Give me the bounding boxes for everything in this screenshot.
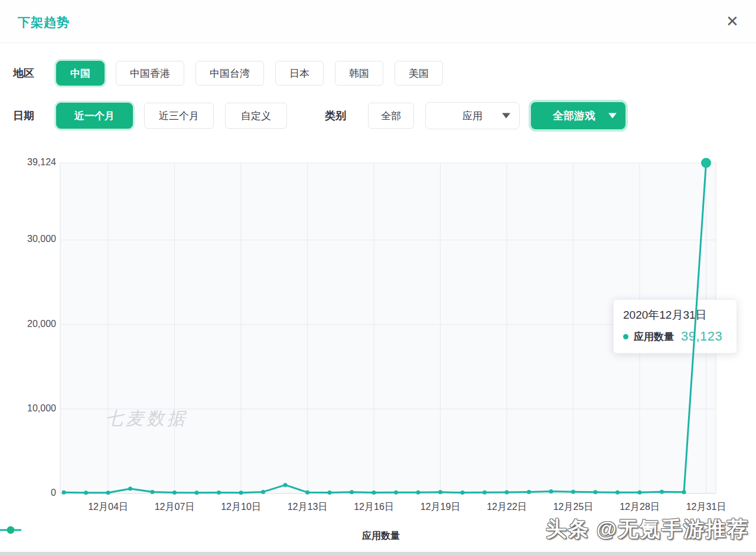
category-label: 类别: [325, 109, 368, 123]
x-axis-tick: 12月22日: [487, 501, 527, 514]
x-axis-tick: 12月13日: [288, 501, 328, 514]
x-axis-tick: 12月07日: [155, 501, 195, 514]
x-axis-tick: 12月19日: [421, 501, 461, 514]
chart-tooltip: 2020年12月31日 应用数量 39,123: [613, 299, 737, 354]
date-label: 日期: [13, 109, 56, 123]
chevron-down-icon: [502, 113, 510, 119]
category-dropdown-all-games-value: 全部游戏: [553, 109, 595, 123]
x-axis-tick: 12月28日: [620, 501, 660, 514]
region-filter-row: 地区 中国 中国香港 中国台湾 日本 韩国 美国: [13, 61, 756, 86]
region-button-korea[interactable]: 韩国: [335, 61, 383, 86]
date-button-last-month[interactable]: 近一个月: [56, 103, 133, 129]
region-button-taiwan[interactable]: 中国台湾: [195, 61, 264, 86]
y-axis-tick: 10,000: [0, 403, 56, 414]
qimai-watermark: 七麦数据: [105, 407, 188, 431]
date-button-custom[interactable]: 自定义: [225, 103, 287, 129]
filter-panel: 地区 中国 中国香港 中国台湾 日本 韩国 美国 日期 近一个月 近三个月 自定…: [0, 43, 756, 151]
date-button-last-3-months[interactable]: 近三个月: [144, 103, 214, 129]
modal-header: 下架趋势 ✕: [0, 0, 756, 43]
y-axis-tick: 20,000: [0, 319, 56, 329]
x-axis-tick: 12月16日: [354, 501, 394, 514]
category-dropdown-app-value: 应用: [462, 109, 483, 123]
page-title: 下架趋势: [18, 14, 70, 31]
y-axis-tick: 0: [0, 488, 56, 498]
y-axis-tick: 39,124: [0, 157, 56, 168]
region-label: 地区: [13, 66, 56, 80]
tooltip-value: 39,123: [681, 329, 722, 344]
category-dropdown-all-games[interactable]: 全部游戏: [531, 102, 625, 129]
legend-label: 应用数量: [362, 530, 400, 542]
trend-line-chart[interactable]: 39,124 30,000 20,000 10,000 0 12月04日12月0…: [0, 151, 756, 556]
toutiao-watermark: 头条 @无氪手游推荐: [546, 515, 749, 543]
category-dropdown-app[interactable]: 应用: [425, 102, 520, 129]
bottom-page-edge: [0, 552, 756, 556]
x-axis-tick: 12月25日: [553, 501, 594, 514]
x-axis-tick: 12月10日: [221, 501, 261, 514]
date-category-filter-row: 日期 近一个月 近三个月 自定义 类别 全部 应用 全部游戏: [13, 102, 756, 129]
x-axis-tick: 12月31日: [686, 501, 726, 514]
region-button-china[interactable]: 中国: [56, 61, 105, 86]
region-button-hongkong[interactable]: 中国香港: [116, 61, 184, 86]
removal-trend-modal: 下架趋势 ✕ 地区 中国 中国香港 中国台湾 日本 韩国 美国 日期 近一个月 …: [0, 0, 756, 556]
close-icon[interactable]: ✕: [723, 12, 742, 31]
region-button-japan[interactable]: 日本: [275, 61, 324, 86]
x-axis-tick: 12月04日: [88, 501, 128, 514]
region-button-usa[interactable]: 美国: [395, 61, 443, 86]
tooltip-date: 2020年12月31日: [623, 308, 727, 323]
category-button-all[interactable]: 全部: [368, 103, 414, 129]
series-dot-icon: [623, 334, 628, 339]
y-axis-tick: 30,000: [0, 234, 56, 244]
chevron-down-icon: [608, 113, 617, 119]
legend-line-dot-icon: [0, 526, 21, 534]
tooltip-series-name: 应用数量: [634, 330, 674, 344]
